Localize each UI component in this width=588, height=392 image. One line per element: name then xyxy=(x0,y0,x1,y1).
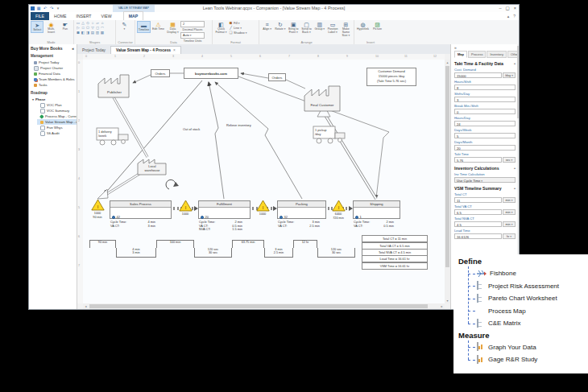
vsm-canvas[interactable]: Publisher Orders buymorebooks.com Orders… xyxy=(83,60,445,303)
process-shipping[interactable]: Shipping 1 xyxy=(353,200,400,219)
line-button[interactable]: ╱Line xyxy=(229,26,247,30)
timeline-units-select[interactable]: Auto xyxy=(180,32,205,39)
section-inventory-calculations[interactable]: Inventory Calculations xyxy=(454,166,516,171)
make-same-size-button[interactable]: ⊞Make Same Size xyxy=(340,21,352,38)
takt-time-input[interactable]: 5.76 xyxy=(454,157,502,163)
total-ct-unit-select[interactable]: min xyxy=(503,197,516,203)
align-button[interactable]: ≡Align xyxy=(261,21,273,31)
total-nva-ct-input[interactable]: 4.5 xyxy=(454,221,502,227)
process-packing[interactable]: Packing 32 xyxy=(277,200,326,219)
days-month-input[interactable]: 20 xyxy=(454,145,516,151)
lead-time-input[interactable]: 16.6126 xyxy=(454,233,502,239)
sidebar-item-voc-plan[interactable]: VOC Plan xyxy=(37,102,77,108)
tab-view[interactable]: VIEW xyxy=(96,12,116,20)
close-button[interactable]: × xyxy=(514,6,516,10)
help-button[interactable]: ? xyxy=(513,14,516,19)
total-va-ct-unit-select[interactable]: min xyxy=(503,209,516,215)
truck-right-icon[interactable]: 1 pickup /day xyxy=(313,124,348,150)
orders-box-left[interactable]: Orders xyxy=(151,69,170,77)
pan-button[interactable]: ☛ Pan xyxy=(59,21,72,31)
hours-day-input[interactable]: 24 xyxy=(454,121,516,126)
doc-tab-project-today[interactable]: Project Today xyxy=(77,47,110,54)
canvas-horizontal-scrollbar[interactable]: ◂ ▸ xyxy=(83,303,445,309)
bring-to-front-button[interactable]: ▣Bring to Front xyxy=(288,21,300,35)
break-min-input[interactable]: 0 xyxy=(454,109,516,114)
cust-demand-unit-select[interactable]: /day xyxy=(503,72,516,78)
fill-button[interactable]: ◼Fill xyxy=(229,21,247,25)
edit-time-button[interactable]: ⚠ Edit Time xyxy=(151,21,165,31)
vsm-summary-box[interactable]: Total CT = 11 min Total VA CT = 6.5 min … xyxy=(362,236,428,270)
doc-tab-value-stream-map[interactable]: Value Stream Map - 4 Process× xyxy=(110,46,181,54)
tab-map[interactable]: MAP xyxy=(123,11,144,20)
select-button[interactable]: ➤ Select xyxy=(31,21,43,33)
customer-demand-note[interactable]: Customer Demand 15000 pieces /day (Takt … xyxy=(366,68,416,86)
sidebar-item-tasks[interactable]: Tasks xyxy=(31,82,77,88)
panel-tab-process[interactable]: Process xyxy=(468,51,486,58)
sidebar-item-project-charter[interactable]: Project Charter xyxy=(31,65,77,71)
send-to-back-button[interactable]: ▢Send to Back xyxy=(300,21,313,35)
multi-insert-button[interactable]: ◉ Multi-Insert xyxy=(44,21,57,35)
roadmap-phase[interactable]: ▾Phase xyxy=(31,97,77,102)
inventory-triangle[interactable]: I xyxy=(332,200,346,212)
hours-shift-input[interactable]: 8 xyxy=(454,85,516,90)
quick-format-button[interactable]: ◧ Quick Format xyxy=(214,21,228,35)
sidebar-item-5s-audit[interactable]: 5S Audit xyxy=(37,130,77,136)
sidebar-item-five-whys[interactable]: Five Whys xyxy=(37,125,77,130)
sidebar-item-process-map-current[interactable]: Process Map - Current State xyxy=(37,113,77,119)
collapse-ribbon-button[interactable]: ▴ xyxy=(507,14,510,19)
rotate-button[interactable]: ↻Rotate xyxy=(274,21,286,31)
maximize-button[interactable]: ▢ xyxy=(506,6,510,10)
sidebar-collapse-button[interactable]: « xyxy=(72,46,74,51)
menu-item-gage-rr-study[interactable]: Gage R&R Study xyxy=(468,353,588,366)
hyperlink-button[interactable]: ◍Hyperlink xyxy=(356,21,370,31)
scroll-left-icon[interactable]: ◂ xyxy=(83,303,89,309)
sidebar-item-value-stream-map[interactable]: Value Stream Map - 4 Process xyxy=(37,119,77,125)
minimize-button[interactable]: – xyxy=(499,6,502,10)
shape-gallery[interactable]: ▭△◇○▱⌂ ▷□⬠▽◻◠ ◼◧◨▤▥▦ xyxy=(76,21,105,35)
publisher-factory-icon[interactable]: Publisher xyxy=(97,72,131,99)
panel-tab-inventory[interactable]: Inventory xyxy=(487,51,506,58)
takt-time-unit-select[interactable]: sec xyxy=(503,157,516,163)
tab-home[interactable]: HOME xyxy=(49,12,72,20)
sidebar-item-voc-summary[interactable]: VOC Summary xyxy=(37,108,77,113)
warehouse-icon[interactable]: Local warehouse xyxy=(137,157,168,176)
sidebar-item-financial-data[interactable]: Financial Data xyxy=(31,71,77,76)
section-takt-time[interactable]: Takt Time & Facility Data xyxy=(454,61,516,66)
decimal-places-spinner[interactable]: 2 xyxy=(180,21,205,27)
scroll-up-icon[interactable]: ▴ xyxy=(445,60,450,65)
menu-item-process-map[interactable]: Process Map xyxy=(468,305,588,318)
group-button[interactable]: ▥Group xyxy=(313,21,325,31)
scroll-down-icon[interactable]: ▾ xyxy=(445,298,450,303)
sidebar-item-project-today[interactable]: Project Today xyxy=(31,60,77,65)
position-label-button[interactable]: ▭Position Label xyxy=(326,21,338,35)
cust-demand-input[interactable]: 15000 xyxy=(454,72,502,78)
tab-file[interactable]: FILE xyxy=(31,12,49,20)
days-week-input[interactable]: 5 xyxy=(454,133,516,138)
data-display-button[interactable]: ▦ Data Display xyxy=(166,21,180,35)
inventory-triangle[interactable]: I xyxy=(91,199,105,211)
inventory-triangle[interactable]: I xyxy=(179,200,193,212)
connector-button[interactable]: ✎ xyxy=(118,21,131,31)
picture-button[interactable]: ▨Picture xyxy=(371,21,384,31)
process-fulfillment[interactable]: Fulfillment 20 xyxy=(198,200,251,219)
tab-insert[interactable]: INSERT xyxy=(72,12,97,20)
section-vsm-timeline-summary[interactable]: VSM Timeline Summary xyxy=(454,186,516,191)
process-sales[interactable]: Sales Process 42 xyxy=(110,200,172,219)
inventory-triangle[interactable]: I xyxy=(256,200,270,212)
panel-collapse-button[interactable]: » xyxy=(454,45,516,50)
final-customer-factory-icon[interactable]: Final Customer xyxy=(304,82,342,113)
shadow-button[interactable]: ❏Shadow xyxy=(229,31,247,35)
scroll-right-icon[interactable]: ▸ xyxy=(439,303,445,309)
inv-time-calculation-select[interactable]: Use Cycle Time xyxy=(454,177,516,183)
orders-box-right[interactable]: Orders xyxy=(268,73,286,81)
timeline-toggle-button[interactable]: ▬ Timeline xyxy=(137,21,151,33)
menu-item-graph-your-data[interactable]: Graph Your Data xyxy=(468,341,588,354)
menu-item-project-risk-assessment[interactable]: Project Risk Assessment xyxy=(468,280,588,293)
truck-left-icon[interactable]: 1 delivery /week xyxy=(96,126,131,151)
close-tab-icon[interactable]: × xyxy=(173,48,176,52)
canvas-vertical-scrollbar[interactable]: ▴ ▾ xyxy=(445,60,450,303)
menu-item-fishbone[interactable]: Fishbone xyxy=(468,267,588,280)
total-ct-input[interactable]: 11 xyxy=(454,197,502,203)
menu-item-ce-matrix[interactable]: C&E Matrix xyxy=(468,317,588,330)
sidebar-item-team-members[interactable]: Team Members & Roles xyxy=(31,76,77,82)
